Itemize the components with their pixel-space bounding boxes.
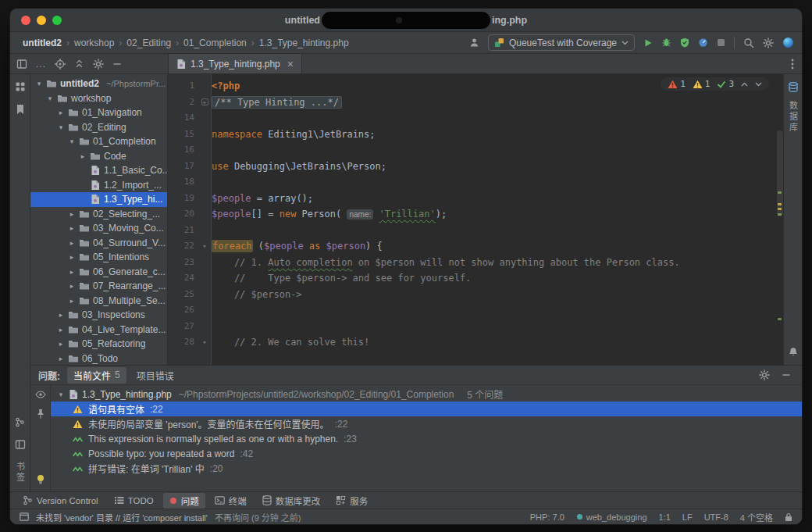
run-button[interactable] [643, 38, 653, 48]
line-number[interactable]: 16 [168, 142, 198, 159]
code-line[interactable]: 28▾ // 2. We can solve this! [168, 334, 783, 351]
warning-badge[interactable]: 1 [693, 79, 710, 89]
fold-marker-icon[interactable]: ▾ [198, 238, 212, 255]
code-line[interactable]: 22▾foreach ($people as $person) { [168, 238, 783, 255]
tree-item[interactable]: ▾workshop [30, 91, 167, 106]
code-line[interactable]: 21 [168, 223, 783, 239]
run-config-selector[interactable]: QueueTest with Coverage [488, 34, 635, 51]
debug-button[interactable] [661, 37, 671, 48]
error-badge[interactable]: 1 [668, 79, 686, 89]
tree-arrow-icon[interactable]: ▾ [46, 95, 54, 102]
code-area[interactable]: 1<?php2+/** Type Hinting ...*/1415namesp… [168, 74, 783, 351]
toolwindow-button-vcs[interactable]: Version Control [16, 494, 105, 507]
tree-item[interactable]: ▾02_Editing [30, 120, 167, 135]
line-number[interactable]: 21 [168, 223, 198, 239]
code-line[interactable]: 23 // 1. Auto completion on $person will… [168, 255, 783, 271]
breadcrumb-item[interactable]: 01_Completion [183, 37, 247, 48]
ok-badge[interactable]: 3 [717, 79, 734, 89]
inspections-widget[interactable]: 1 1 3 [661, 77, 769, 91]
tree-item[interactable]: 1.3_Type_hi... [30, 192, 167, 207]
tree-arrow-icon[interactable]: ▸ [68, 224, 76, 232]
select-opened-file-button[interactable] [55, 59, 66, 70]
project-tool-icon[interactable] [15, 81, 26, 92]
code-line[interactable]: 14 [168, 110, 783, 127]
problems-settings-button[interactable] [759, 370, 770, 380]
code-line[interactable]: 24 // Type $person-> and see for yoursel… [168, 270, 783, 287]
profiler-button[interactable] [698, 37, 708, 48]
tree-arrow-icon[interactable]: ▸ [57, 355, 65, 362]
tree-arrow-icon[interactable]: ▸ [68, 297, 76, 305]
code-line[interactable]: 20$people[] = new Person( name: 'Trillia… [168, 206, 783, 223]
problem-item[interactable]: Possible typo: you repeated a word:42 [51, 446, 802, 461]
problem-item[interactable]: 未使用的局部变量 'person'。变量的值未在任何位置使用。:22 [51, 416, 802, 431]
line-number[interactable]: 15 [168, 127, 198, 143]
tree-arrow-icon[interactable]: ▾ [57, 123, 65, 131]
breadcrumb-item[interactable]: 02_Editing [126, 37, 171, 48]
tree-item[interactable]: ▸Code [30, 149, 167, 164]
editor[interactable]: 1<?php2+/** Type Hinting ...*/1415namesp… [168, 74, 783, 365]
database-tool-icon[interactable] [789, 82, 798, 92]
tree-arrow-icon[interactable]: ▸ [68, 210, 76, 218]
status-item[interactable]: PHP: 7.0 [530, 512, 564, 522]
line-number[interactable]: 20 [168, 206, 198, 223]
code-line[interactable]: 16 [168, 142, 783, 159]
toolwindow-button-red-dot[interactable]: 问题 [163, 493, 205, 509]
close-window-button[interactable] [21, 16, 30, 25]
collapse-all-button[interactable] [74, 59, 84, 69]
toolwindow-button-services[interactable]: 服务 [329, 493, 374, 509]
code-line[interactable]: 2+/** Type Hinting ...*/ [168, 95, 783, 111]
hide-panel-button[interactable] [112, 59, 122, 69]
tree-item[interactable]: ▾01_Completion [30, 134, 167, 149]
tree-arrow-icon[interactable]: ▾ [68, 137, 76, 145]
code-line[interactable]: 18 [168, 174, 783, 191]
line-number[interactable]: 18 [168, 174, 198, 191]
tree-arrow-icon[interactable]: ▸ [68, 253, 76, 261]
status-item[interactable]: web_debugging [576, 512, 647, 522]
fold-marker-icon[interactable]: + [198, 95, 212, 111]
bookmarks-tool-icon[interactable] [16, 104, 25, 115]
line-number[interactable]: 1 [168, 78, 198, 95]
tree-arrow-icon[interactable]: ▸ [57, 340, 65, 348]
tree-item[interactable]: ▸03_Moving_Co... [30, 221, 167, 236]
status-item[interactable]: UTF-8 [704, 512, 728, 522]
tool-window-layout-icon[interactable] [16, 59, 27, 70]
line-number[interactable]: 19 [168, 191, 198, 207]
breadcrumb-item[interactable]: workshop [74, 37, 114, 48]
tree-arrow-icon[interactable]: ▸ [68, 282, 76, 290]
breadcrumb-item[interactable]: untitled2 [23, 37, 62, 48]
tree-arrow-icon[interactable]: ▸ [57, 109, 65, 116]
notifications-icon[interactable] [789, 347, 798, 357]
code-line[interactable]: 26 [168, 302, 783, 319]
tree-item[interactable]: ▸04_Live_Template... [30, 323, 167, 337]
status-item[interactable]: LF [682, 512, 693, 522]
database-tool-label[interactable]: 数据库 [787, 101, 800, 134]
previous-problem-button[interactable] [741, 82, 748, 87]
project-options-button[interactable] [93, 59, 104, 70]
tree-arrow-icon[interactable]: ▸ [57, 311, 65, 319]
close-tab-icon[interactable]: × [287, 59, 294, 70]
line-number[interactable]: 25 [168, 287, 198, 303]
tree-item[interactable]: ▾untitled2~/PhpstormPr... [30, 77, 167, 91]
fold-marker-icon[interactable]: ▾ [198, 334, 212, 351]
code-line[interactable]: 19$people = array(); [168, 191, 783, 207]
profile-icon[interactable] [469, 37, 479, 48]
editor-tab[interactable]: 1.3_Type_hinting.php × [168, 54, 302, 73]
line-number[interactable]: 22 [168, 238, 198, 255]
left-stripe-label[interactable]: 书签 [14, 462, 27, 484]
toolwindow-button-terminal[interactable]: 终端 [208, 493, 253, 509]
code-line[interactable]: 17use Debugging\JetBrains\Person; [168, 159, 783, 175]
overflow-label[interactable]: ... [36, 59, 46, 70]
problem-item[interactable]: 拼写错误: 在单词 'Trillian' 中:20 [51, 461, 802, 476]
hide-problems-button[interactable] [782, 370, 791, 380]
toolwindow-button-db[interactable]: 数据库更改 [256, 493, 327, 509]
toolwindow-button-list[interactable]: TODO [108, 495, 160, 507]
status-item[interactable] [785, 512, 792, 522]
line-number[interactable]: 27 [168, 319, 198, 335]
tree-item[interactable]: ▸02_Selecting_... [30, 207, 167, 222]
commit-tool-icon[interactable] [15, 417, 25, 427]
minimize-window-button[interactable] [37, 16, 46, 25]
problems-file-group[interactable]: ▾ 1.3_Type_hinting.php ~/PhpstormProject… [51, 387, 802, 402]
tree-item[interactable]: ▸03_Inspections [30, 308, 167, 323]
stop-button[interactable] [717, 38, 725, 47]
line-number[interactable]: 26 [168, 302, 198, 319]
